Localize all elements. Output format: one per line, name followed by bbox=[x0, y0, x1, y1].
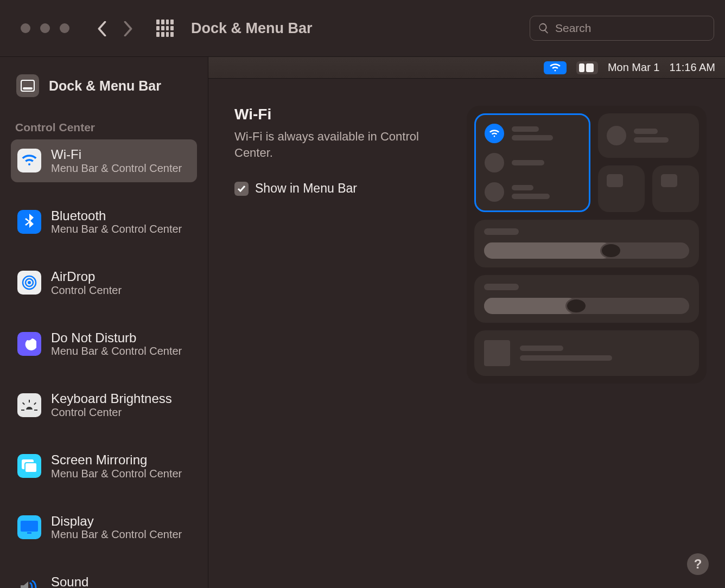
forward-button[interactable] bbox=[117, 17, 139, 39]
detail-title: Wi-Fi bbox=[234, 106, 451, 123]
display-icon bbox=[17, 515, 41, 539]
menubar-wifi-chip bbox=[544, 61, 567, 74]
menubar-preview: Mon Mar 1 11:16 AM bbox=[208, 57, 725, 79]
back-button[interactable] bbox=[91, 17, 113, 39]
cc-connectivity-card bbox=[474, 113, 590, 212]
sidebar-item-sub: Menu Bar & Control Center bbox=[51, 345, 182, 357]
sidebar-item-title: AirDrop bbox=[51, 269, 122, 284]
bluetooth-icon bbox=[17, 210, 41, 234]
check-icon bbox=[237, 184, 246, 194]
sidebar-item-bluetooth[interactable]: Bluetooth Menu Bar & Control Center bbox=[11, 201, 197, 244]
cc-mini-card bbox=[652, 165, 699, 212]
svg-rect-7 bbox=[21, 521, 38, 532]
minimize-window-button[interactable] bbox=[40, 23, 50, 33]
keyboard-brightness-icon bbox=[17, 393, 41, 417]
sidebar-item-title: Keyboard Brightness bbox=[51, 391, 172, 406]
menubar-time: 11:16 AM bbox=[669, 61, 715, 74]
svg-rect-8 bbox=[27, 532, 31, 534]
zoom-window-button[interactable] bbox=[60, 23, 69, 33]
wifi-icon bbox=[17, 149, 41, 172]
show-all-button[interactable] bbox=[156, 20, 174, 37]
svg-point-4 bbox=[28, 281, 31, 284]
sidebar-item-sub: Menu Bar & Control Center bbox=[51, 223, 182, 235]
search-icon bbox=[538, 22, 550, 34]
sidebar-item-sub: Control Center bbox=[51, 284, 122, 297]
menubar-date: Mon Mar 1 bbox=[608, 61, 660, 74]
menubar-control-center-icon bbox=[576, 61, 598, 74]
chevron-right-icon bbox=[123, 21, 133, 36]
control-center-preview bbox=[467, 106, 707, 384]
sidebar-header-label: Dock & Menu Bar bbox=[49, 78, 161, 94]
sidebar-item-sub: Control Center bbox=[51, 406, 172, 419]
help-button[interactable]: ? bbox=[687, 553, 709, 575]
svg-rect-6 bbox=[25, 463, 37, 472]
window-controls bbox=[21, 23, 69, 33]
wifi-icon bbox=[549, 63, 561, 72]
airdrop-icon bbox=[17, 271, 41, 295]
sidebar-item-screen-mirroring[interactable]: Screen Mirroring Menu Bar & Control Cent… bbox=[11, 445, 197, 488]
screen-mirroring-icon bbox=[17, 454, 41, 478]
show-in-menubar-row[interactable]: Show in Menu Bar bbox=[234, 181, 451, 196]
show-in-menubar-checkbox[interactable] bbox=[234, 182, 249, 196]
search-input[interactable] bbox=[555, 22, 706, 35]
sidebar-item-title: Do Not Disturb bbox=[51, 330, 182, 346]
sidebar-item-dnd[interactable]: Do Not Disturb Menu Bar & Control Center bbox=[11, 323, 197, 366]
sidebar-item-keyboard-brightness[interactable]: Keyboard Brightness Control Center bbox=[11, 384, 197, 426]
sidebar-item-title: Sound bbox=[51, 574, 122, 588]
sidebar-item-airdrop[interactable]: AirDrop Control Center bbox=[11, 261, 197, 304]
show-in-menubar-label: Show in Menu Bar bbox=[255, 181, 357, 196]
sidebar: Dock & Menu Bar Control Center Wi-Fi Men… bbox=[0, 57, 208, 588]
sidebar-item-display[interactable]: Display Menu Bar & Control Center bbox=[11, 506, 197, 549]
sidebar-item-title: Wi-Fi bbox=[51, 147, 182, 162]
search-field[interactable] bbox=[530, 16, 714, 41]
content-pane: Mon Mar 1 11:16 AM Wi-Fi Wi-Fi is always… bbox=[208, 57, 725, 588]
sidebar-section-label: Control Center bbox=[11, 111, 197, 139]
svg-rect-1 bbox=[23, 87, 33, 90]
wifi-icon bbox=[485, 124, 504, 143]
sidebar-item-title: Display bbox=[51, 514, 182, 529]
close-window-button[interactable] bbox=[21, 23, 30, 33]
dock-menubar-icon bbox=[16, 74, 39, 97]
sidebar-item-sound[interactable]: Sound Control Center bbox=[11, 567, 197, 588]
detail-description: Wi-Fi is always available in Control Cen… bbox=[234, 129, 451, 161]
moon-icon bbox=[17, 332, 41, 356]
sidebar-header[interactable]: Dock & Menu Bar bbox=[11, 67, 197, 111]
chevron-left-icon bbox=[97, 21, 107, 36]
sidebar-item-sub: Menu Bar & Control Center bbox=[51, 162, 182, 175]
sidebar-item-wifi[interactable]: Wi-Fi Menu Bar & Control Center bbox=[11, 139, 197, 182]
cc-media-card bbox=[474, 330, 699, 376]
sidebar-item-title: Screen Mirroring bbox=[51, 452, 182, 468]
sidebar-item-sub: Menu Bar & Control Center bbox=[51, 528, 182, 541]
cc-dnd-card bbox=[598, 113, 699, 158]
sidebar-item-sub: Menu Bar & Control Center bbox=[51, 468, 182, 480]
toolbar: Dock & Menu Bar bbox=[0, 0, 725, 56]
cc-mini-card bbox=[598, 165, 645, 212]
toolbar-title: Dock & Menu Bar bbox=[191, 20, 313, 37]
sound-icon bbox=[17, 576, 41, 588]
cc-display-slider bbox=[474, 220, 699, 267]
sidebar-item-title: Bluetooth bbox=[51, 208, 182, 223]
cc-sound-slider bbox=[474, 275, 699, 323]
